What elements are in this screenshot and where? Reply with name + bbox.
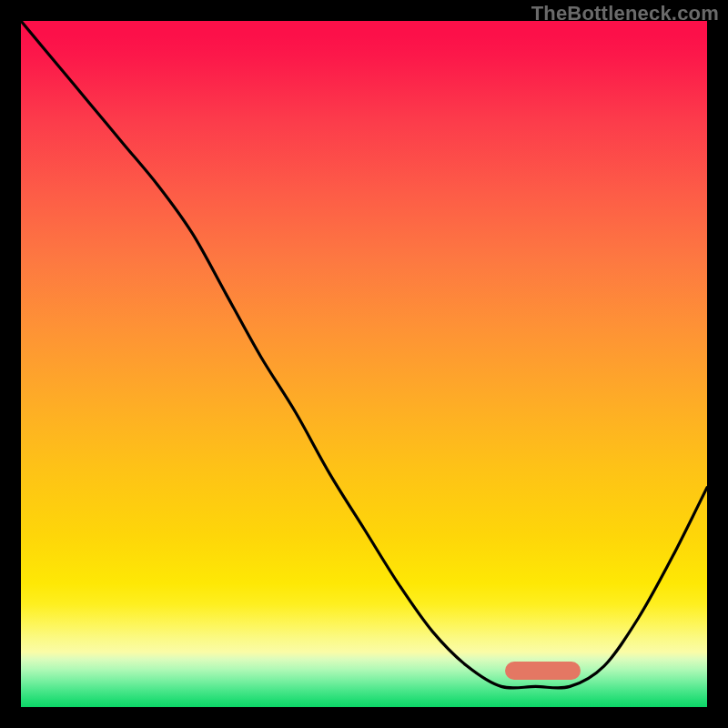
watermark-text: TheBottleneck.com: [531, 2, 719, 25]
optimal-range-bar: [505, 662, 581, 680]
plot-area: [21, 21, 707, 707]
bottleneck-curve: [21, 21, 707, 707]
chart-frame: TheBottleneck.com: [0, 0, 728, 728]
